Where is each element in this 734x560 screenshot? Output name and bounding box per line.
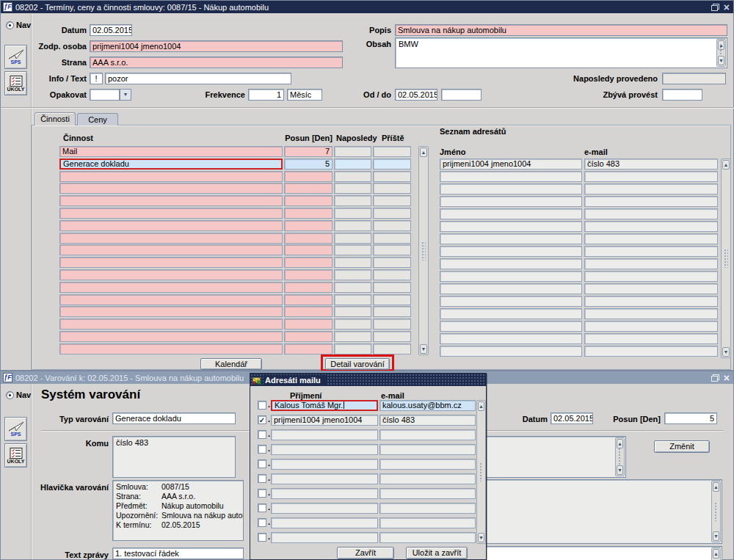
activity-cinnost-cell[interactable] (59, 331, 283, 342)
prijmeni-field[interactable]: Kalous Tomáš Mgr. (271, 400, 378, 411)
activity-cinnost-cell[interactable] (59, 343, 283, 354)
adresat-row[interactable] (440, 283, 719, 294)
activity-naposledy-cell[interactable] (334, 220, 371, 231)
scroll-down-icon[interactable]: ▼ (617, 465, 623, 475)
activity-posun-cell[interactable] (284, 244, 333, 255)
activity-row[interactable] (59, 343, 412, 354)
activity-priste-cell[interactable] (373, 343, 411, 354)
typ-varovani-input[interactable]: Generace dokladu (112, 412, 236, 424)
adresat-jmeno-cell[interactable] (440, 333, 582, 344)
adresat-jmeno-cell[interactable] (440, 258, 582, 269)
checkbox-unchecked-icon[interactable] (258, 503, 266, 512)
adresat-row[interactable] (440, 208, 719, 219)
mail-adresat-row[interactable]: ✓.prijmeni1004 jmeno1004číslo 483 (258, 415, 476, 426)
activity-row[interactable] (59, 171, 412, 182)
adresat-jmeno-cell[interactable] (440, 321, 582, 332)
adresat-email-cell[interactable] (584, 208, 718, 219)
checkbox-unchecked-icon[interactable] (258, 459, 266, 468)
dialog-titlebar[interactable]: Adresáti mailu (250, 374, 486, 386)
activity-cinnost-cell[interactable] (59, 208, 283, 219)
activity-priste-cell[interactable] (373, 171, 411, 182)
email-field[interactable] (379, 444, 476, 455)
scroll-down-icon[interactable]: ▼ (722, 347, 730, 357)
close-window-icon[interactable]: × (724, 4, 730, 11)
activity-priste-cell[interactable] (373, 195, 411, 206)
text-zpravy-input[interactable]: 1. testovací řádek (112, 548, 244, 559)
adresat-email-cell[interactable] (584, 183, 718, 194)
ulozit-a-zavrit-button[interactable]: Uložit a zavřít (406, 547, 468, 559)
scroll-up-icon[interactable]: ▲ (420, 148, 427, 157)
scroll-down-icon[interactable]: ▼ (718, 56, 724, 65)
adresat-row[interactable]: prijmeni1004 jmeno1004číslo 483 (440, 159, 719, 170)
activity-naposledy-cell[interactable] (334, 257, 371, 268)
activity-priste-cell[interactable] (373, 208, 411, 219)
activity-cinnost-cell[interactable] (59, 233, 283, 244)
email-field[interactable]: číslo 483 (379, 415, 476, 426)
activity-naposledy-cell[interactable] (334, 171, 371, 182)
adresat-row[interactable] (440, 258, 719, 269)
checkbox-unchecked-icon[interactable] (258, 430, 266, 439)
obsah-scrollbar[interactable]: ▲▼ (716, 39, 726, 67)
activity-cinnost-cell[interactable] (59, 183, 283, 194)
opakovat-dropdown-arrow-icon[interactable]: ▼ (120, 89, 131, 101)
zmenit-button[interactable]: Změnit (654, 440, 710, 453)
activity-posun-cell[interactable] (284, 282, 333, 293)
komu-right-scrollbar[interactable]: ▲▼ (615, 437, 625, 476)
komu-textarea[interactable]: číslo 483 (112, 436, 236, 478)
activity-naposledy-cell[interactable] (334, 294, 371, 305)
scrollbar-grip[interactable] (618, 448, 622, 467)
hlavicka-right-scrollbar[interactable]: ▲▼ (711, 481, 721, 542)
activity-cinnost-cell[interactable] (59, 282, 283, 293)
activity-row[interactable] (59, 294, 412, 305)
activity-naposledy-cell[interactable] (334, 269, 371, 280)
datum-input[interactable]: 02.05.2015 (90, 24, 132, 36)
adresat-email-cell[interactable] (584, 258, 718, 269)
kalendar-cinnosti-button[interactable]: Kalendář činnosti (200, 358, 262, 370)
adresati-scrollbar[interactable]: ▲▼ (721, 159, 731, 358)
zbyva-provest-input[interactable] (662, 89, 702, 101)
checkbox-checked-icon[interactable]: ✓ (258, 415, 266, 424)
email-field[interactable]: kalous.usaty@bbm.cz (379, 400, 476, 411)
activity-cinnost-cell[interactable] (59, 306, 283, 317)
activity-posun-cell[interactable] (284, 343, 333, 354)
adresat-email-cell[interactable] (584, 196, 718, 207)
close-window-icon[interactable]: × (724, 374, 730, 382)
activity-row[interactable] (59, 195, 412, 206)
adresat-jmeno-cell[interactable] (440, 308, 582, 319)
mail-adresat-row[interactable]: . (258, 459, 476, 470)
adresat-row[interactable] (440, 296, 719, 307)
frekvence-input[interactable]: 1 (248, 89, 284, 101)
activity-posun-cell[interactable] (284, 294, 333, 305)
prijmeni-field[interactable]: prijmeni1004 jmeno1004 (271, 415, 378, 426)
posun-den-input[interactable]: 5 (664, 412, 717, 424)
activity-cinnost-cell[interactable] (59, 195, 283, 206)
activity-priste-cell[interactable] (373, 146, 411, 157)
activity-posun-cell[interactable] (284, 331, 333, 342)
activity-priste-cell[interactable] (373, 294, 411, 305)
checkbox-unchecked-icon[interactable] (258, 518, 266, 527)
adresat-row[interactable] (440, 321, 719, 332)
prijmeni-field[interactable] (271, 503, 378, 514)
activity-posun-cell[interactable] (284, 233, 333, 244)
activity-row[interactable] (59, 319, 412, 330)
scroll-down-icon[interactable]: ▼ (478, 533, 484, 542)
email-field[interactable] (379, 503, 476, 514)
detail-varovani-button[interactable]: Detail varování (325, 358, 390, 370)
activity-row[interactable] (59, 269, 412, 280)
nav-radio[interactable]: Nav (6, 390, 31, 399)
adresat-row[interactable] (440, 271, 719, 282)
adresat-row[interactable] (440, 196, 719, 207)
activity-priste-cell[interactable] (373, 220, 411, 231)
obsah-textarea[interactable]: BMW ▲▼ (395, 37, 727, 68)
email-field[interactable] (379, 488, 476, 499)
mail-adresat-row[interactable]: . (258, 517, 476, 528)
hlavicka-textarea[interactable]: Smlouva:0087/15Strana:AAA s.r.o.Předmět:… (112, 480, 244, 541)
restore-window-icon[interactable] (711, 374, 719, 382)
do-input[interactable] (441, 89, 482, 101)
adresat-jmeno-cell[interactable]: prijmeni1004 jmeno1004 (440, 159, 582, 170)
mail-adresat-row[interactable]: . (258, 532, 476, 543)
email-field[interactable] (379, 473, 476, 484)
activity-cinnost-cell[interactable] (59, 171, 283, 182)
scroll-up-icon[interactable]: ▲ (478, 401, 484, 411)
activity-naposledy-cell[interactable] (334, 195, 371, 206)
